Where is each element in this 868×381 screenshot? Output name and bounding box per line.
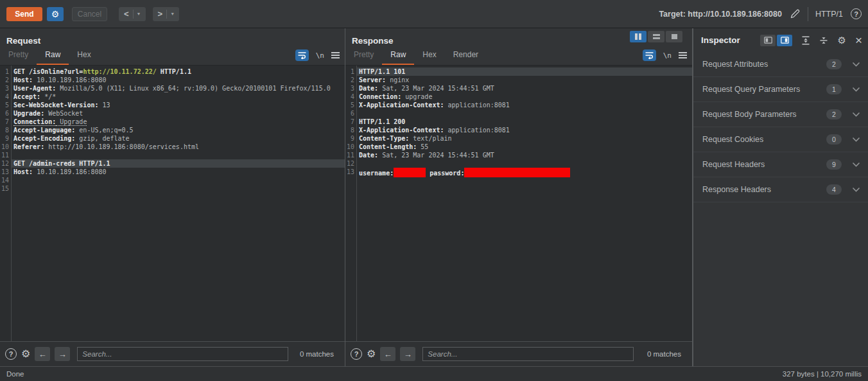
inspector-section-response-headers[interactable]: Response Headers4	[693, 177, 868, 202]
editor-menu-icon[interactable]	[331, 52, 340, 58]
tab-render[interactable]: Render	[445, 46, 487, 65]
line-number: 5	[0, 101, 11, 109]
code-line[interactable]: 4Accept: */*	[0, 93, 345, 101]
code-line[interactable]: 3User-Agent: Mozilla/5.0 (X11; Linux x86…	[0, 84, 345, 93]
help-icon[interactable]: ?	[5, 348, 17, 360]
code-line[interactable]: 6Upgrade: WebSocket	[0, 109, 345, 118]
help-icon[interactable]: ?	[851, 8, 862, 19]
code-text: Date:	[359, 152, 378, 159]
code-line[interactable]: 9Accept-Encoding: gzip, deflate	[0, 134, 345, 143]
inspector-dock-toggle-group	[760, 35, 792, 46]
word-wrap-toggle[interactable]	[295, 49, 309, 61]
code-line[interactable]: 5Sec-WebSocket-Version: 13	[0, 101, 345, 109]
request-panel: Request Pretty Raw Hex \n 1GET /isOnline…	[0, 28, 345, 366]
tab-pretty[interactable]: Pretty	[345, 46, 382, 65]
code-line[interactable]: 7Connection: Upgrade	[0, 118, 345, 126]
inspector-section-request-query-parameters[interactable]: Request Query Parameters1	[693, 77, 868, 102]
inspector-close-button[interactable]: ×	[855, 35, 862, 46]
response-metrics: 327 bytes | 10,270 millis	[783, 370, 862, 378]
next-match-button[interactable]: →	[400, 347, 415, 361]
line-number: 7	[345, 118, 356, 126]
tab-raw[interactable]: Raw	[382, 46, 414, 65]
forward-icon: >	[156, 9, 165, 19]
code-line[interactable]: 9Content-Type: text/plain	[345, 134, 692, 143]
show-newlines-toggle[interactable]: \n	[663, 51, 672, 60]
code-line[interactable]: 8X-Application-Context: application:8081	[345, 126, 692, 134]
code-text: text/plain	[409, 135, 451, 142]
code-text: X-Application-Context:	[359, 127, 444, 134]
line-number: 8	[345, 126, 356, 134]
collapse-all-button[interactable]	[819, 36, 828, 45]
divider	[166, 10, 167, 19]
inspector-section-request-cookies[interactable]: Request Cookies0	[693, 127, 868, 152]
inspector-section-request-attributes[interactable]: Request Attributes2	[693, 52, 868, 77]
line-number: 2	[0, 76, 11, 84]
code-line[interactable]: 7HTTP/1.1 200	[345, 118, 692, 126]
chevron-down-icon[interactable]: ▼	[135, 12, 143, 16]
code-line[interactable]: 3Date: Sat, 23 Mar 2024 15:44:51 GMT	[345, 84, 692, 93]
tab-pretty[interactable]: Pretty	[0, 46, 37, 65]
word-wrap-toggle[interactable]	[643, 49, 656, 61]
code-line[interactable]: 8Accept-Language: en-US,en;q=0.5	[0, 126, 345, 134]
code-line[interactable]: 2Server: nginx	[345, 76, 692, 84]
target-url-label: Target: http://10.10.189.186:8080	[659, 10, 782, 19]
code-text: HTTP/1.1	[157, 68, 191, 75]
next-match-button[interactable]: →	[55, 347, 70, 361]
code-line[interactable]: 10Content-Length: 55	[345, 143, 692, 151]
code-line[interactable]: 6	[345, 109, 692, 118]
code-line[interactable]: 12	[345, 159, 692, 168]
code-line[interactable]: 15	[0, 184, 345, 193]
code-line[interactable]: 12GET /admin-creds HTTP/1.1	[0, 159, 345, 168]
code-text: Sec-WebSocket-Version:	[13, 102, 98, 109]
code-line[interactable]: 13username: password:	[345, 168, 692, 176]
previous-match-button[interactable]: ←	[380, 347, 395, 361]
expand-all-button[interactable]	[801, 36, 810, 45]
show-newlines-toggle[interactable]: \n	[316, 51, 324, 60]
code-text: HTTP/1.1 101	[359, 68, 405, 75]
tab-hex[interactable]: Hex	[69, 46, 99, 65]
send-settings-button[interactable]: ⚙	[47, 7, 64, 21]
previous-match-button[interactable]: ←	[35, 347, 50, 361]
cancel-button[interactable]: Cancel	[72, 7, 107, 21]
forward-request-button[interactable]: > ▼	[153, 7, 180, 21]
layout-single-button[interactable]	[666, 31, 682, 42]
layout-rows-button[interactable]	[648, 31, 664, 42]
search-input[interactable]	[422, 347, 634, 361]
search-settings-icon[interactable]: ⚙	[21, 348, 30, 360]
code-text: Host:	[13, 168, 33, 175]
back-request-button[interactable]: < ▼	[119, 7, 146, 21]
redacted-credential	[464, 168, 570, 177]
chevron-down-icon	[852, 187, 860, 192]
code-line[interactable]: 1HTTP/1.1 101	[345, 67, 692, 76]
help-icon[interactable]: ?	[351, 348, 362, 360]
tab-hex[interactable]: Hex	[414, 46, 444, 65]
inspector-settings-button[interactable]: ⚙	[837, 35, 846, 46]
code-line[interactable]: 2Host: 10.10.189.186:8080	[0, 76, 345, 84]
editor-menu-icon[interactable]	[679, 52, 687, 58]
edit-target-button[interactable]	[790, 8, 801, 19]
code-text: en-US,en;q=0.5	[75, 127, 133, 134]
inspector-section-request-body-parameters[interactable]: Request Body Parameters2	[693, 102, 868, 127]
layout-columns-button[interactable]	[630, 31, 647, 42]
question-mark: ?	[354, 350, 359, 358]
inspector-section-request-headers[interactable]: Request Headers9	[693, 152, 868, 177]
dock-right-button[interactable]	[777, 35, 792, 46]
code-line[interactable]: 11	[0, 151, 345, 159]
chevron-down-icon[interactable]: ▼	[169, 12, 176, 16]
code-line[interactable]: 5X-Application-Context: application:8081	[345, 101, 692, 109]
code-line[interactable]: 1GET /isOnline?url=http://10.11.72.22/ H…	[0, 67, 345, 76]
search-input[interactable]	[77, 347, 288, 361]
response-editor[interactable]: 1HTTP/1.1 1012Server: nginx3Date: Sat, 2…	[345, 66, 692, 341]
code-text: X-Application-Context:	[359, 102, 444, 109]
code-line[interactable]: 14	[0, 176, 345, 184]
code-line[interactable]: 11Date: Sat, 23 Mar 2024 15:44:51 GMT	[345, 151, 692, 159]
code-line[interactable]: 4Connection: upgrade	[345, 93, 692, 101]
send-button[interactable]: Send	[6, 7, 42, 21]
search-settings-icon[interactable]: ⚙	[367, 348, 376, 360]
code-line[interactable]: 10Referer: http://10.10.189.186:8080/ser…	[0, 143, 345, 151]
tab-raw[interactable]: Raw	[37, 46, 69, 65]
code-line[interactable]: 13Host: 10.10.189.186:8080	[0, 168, 345, 176]
request-editor[interactable]: 1GET /isOnline?url=http://10.11.72.22/ H…	[0, 66, 345, 341]
http-version-label[interactable]: HTTP/1	[815, 10, 843, 19]
dock-left-button[interactable]	[760, 35, 776, 46]
